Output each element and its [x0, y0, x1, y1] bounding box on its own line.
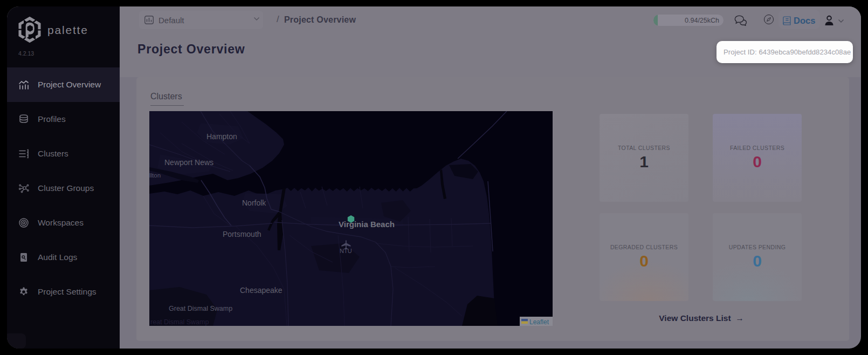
svg-text:reat Dismal Swamp: reat Dismal Swamp	[150, 318, 209, 326]
svg-text:Portsmouth: Portsmouth	[223, 230, 261, 238]
svg-text:Chesapeake: Chesapeake	[240, 286, 283, 295]
svg-text:Great Dismal Swamp: Great Dismal Swamp	[169, 305, 232, 312]
svg-text:Virginia Beach: Virginia Beach	[339, 220, 395, 229]
svg-text:Hampton: Hampton	[206, 132, 237, 141]
svg-text:llton: llton	[149, 172, 161, 179]
svg-text:Newport News: Newport News	[164, 158, 213, 167]
svg-text:Norfolk: Norfolk	[242, 199, 266, 207]
svg-text:Leaflet: Leaflet	[529, 318, 549, 326]
